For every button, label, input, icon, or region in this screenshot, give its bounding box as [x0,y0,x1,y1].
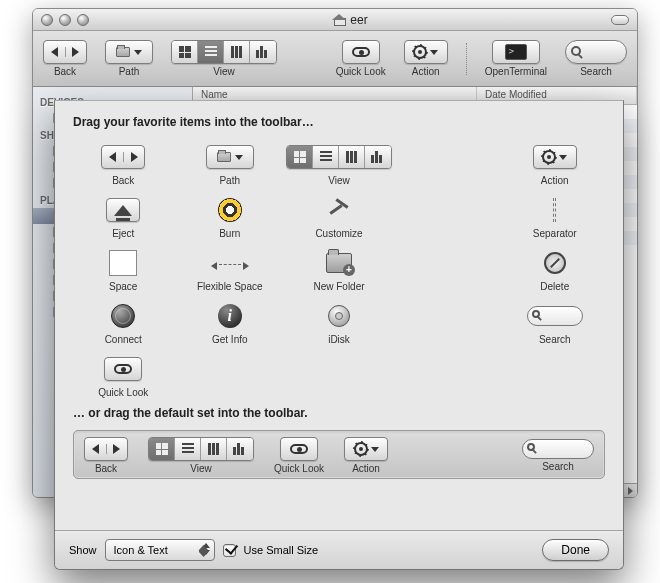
eject-icon [114,205,132,216]
default-quicklook[interactable]: Quick Look [274,437,324,474]
sheet-heading: Drag your favorite items into the toolba… [73,115,605,129]
new-folder-icon [326,253,352,273]
palette-quicklook[interactable]: Quick Look [73,355,174,398]
palette-get-info[interactable]: i Get Info [180,302,281,345]
toolbar-back[interactable]: Back [43,40,87,77]
separator-icon [553,198,556,222]
gear-icon [542,150,556,164]
palette-separator[interactable]: Separator [505,196,606,239]
tools-icon [327,198,351,222]
toolbar-search-label: Search [580,66,612,77]
minimize-button[interactable] [59,14,71,26]
window-title: eer [89,13,611,27]
palette-connect[interactable]: Connect [73,302,174,345]
toolbar-toggle-pill[interactable] [611,15,629,25]
path-capsule[interactable] [105,40,153,64]
traffic-lights [41,14,89,26]
show-mode-select[interactable]: Icon & Text [105,539,215,561]
default-action[interactable]: Action [344,437,388,474]
chevron-down-icon [134,50,142,55]
chevron-down-icon [430,50,438,55]
palette-delete[interactable]: Delete [505,249,606,292]
done-button[interactable]: Done [542,539,609,561]
globe-icon [111,304,135,328]
use-small-size-checkbox[interactable] [223,544,236,557]
show-label: Show [69,544,97,556]
toolbar-quicklook[interactable]: Quick Look [336,40,386,77]
toolbar-view-label: View [213,66,235,77]
action-capsule[interactable] [404,40,448,64]
sheet-footer: Show Icon & Text Use Small Size Done [55,530,623,569]
eye-icon [114,364,132,374]
palette-space[interactable]: Space [73,249,174,292]
toolbar-openterminal[interactable]: OpenTerminal [485,40,547,77]
nav-back-icon[interactable] [44,47,66,57]
palette-flexible-space[interactable]: Flexible Space [180,249,281,292]
palette-search[interactable]: Search [505,302,606,345]
toolbar-search[interactable]: Search [565,40,627,77]
toolbar-openterminal-label: OpenTerminal [485,66,547,77]
palette-idisk[interactable]: iDisk [286,302,392,345]
toolbar-separator [466,43,467,75]
view-column-mode[interactable] [224,41,250,63]
folder-icon [116,47,130,57]
toolbar-quicklook-label: Quick Look [336,66,386,77]
search-icon [527,443,535,451]
openterminal-capsule[interactable] [492,40,540,64]
terminal-icon [505,44,527,60]
gear-icon [413,45,427,59]
show-mode-value: Icon & Text [114,544,168,556]
palette-back[interactable]: Back [73,143,174,186]
zoom-button[interactable] [77,14,89,26]
flexible-space-icon [211,257,249,269]
nav-capsule[interactable] [43,40,87,64]
space-icon [109,250,137,276]
scroll-right-icon[interactable] [623,484,637,498]
palette-new-folder[interactable]: New Folder [286,249,392,292]
search-icon [571,46,581,56]
palette-path[interactable]: Path [180,143,281,186]
toolbar-action-label: Action [412,66,440,77]
titlebar: eer [33,9,637,31]
palette-eject[interactable]: Eject [73,196,174,239]
delete-icon [544,252,566,274]
info-icon: i [218,304,242,328]
default-search[interactable]: Search [522,439,594,472]
eye-icon [290,444,308,454]
burn-icon [218,198,242,222]
window-toolbar: Back Path View Quick Look Action [33,31,637,87]
palette-burn[interactable]: Burn [180,196,281,239]
palette-action[interactable]: Action [505,143,606,186]
toolbar-view[interactable]: View [171,40,277,77]
toolbar-back-label: Back [54,66,76,77]
nav-forward-icon[interactable] [66,47,87,57]
view-segmented[interactable] [171,40,277,64]
view-list-mode[interactable] [198,41,224,63]
quicklook-capsule[interactable] [342,40,380,64]
toolbar-path-label: Path [119,66,140,77]
toolbar-path[interactable]: Path [105,40,153,77]
idisk-icon [328,305,350,327]
view-coverflow-mode[interactable] [250,41,276,63]
toolbar-item-palette: Back Path View Action [73,143,605,398]
sheet-default-heading: … or drag the default set into the toolb… [73,406,605,420]
close-button[interactable] [41,14,53,26]
default-view[interactable]: View [148,437,254,474]
search-field-icon [527,306,583,326]
use-small-size-label: Use Small Size [244,544,319,556]
default-toolbar-set[interactable]: Back View Quick Look Action [73,430,605,479]
palette-view[interactable]: View [286,143,392,186]
view-icon-mode[interactable] [172,41,198,63]
stepper-icon [202,543,210,555]
toolbar-action[interactable]: Action [404,40,448,77]
palette-customize[interactable]: Customize [286,196,392,239]
home-icon [332,14,346,26]
window-title-text: eer [350,13,367,27]
customize-toolbar-sheet: Drag your favorite items into the toolba… [54,100,624,570]
search-field[interactable] [565,40,627,64]
eye-icon [352,47,370,57]
gear-icon [354,442,368,456]
default-back[interactable]: Back [84,437,128,474]
